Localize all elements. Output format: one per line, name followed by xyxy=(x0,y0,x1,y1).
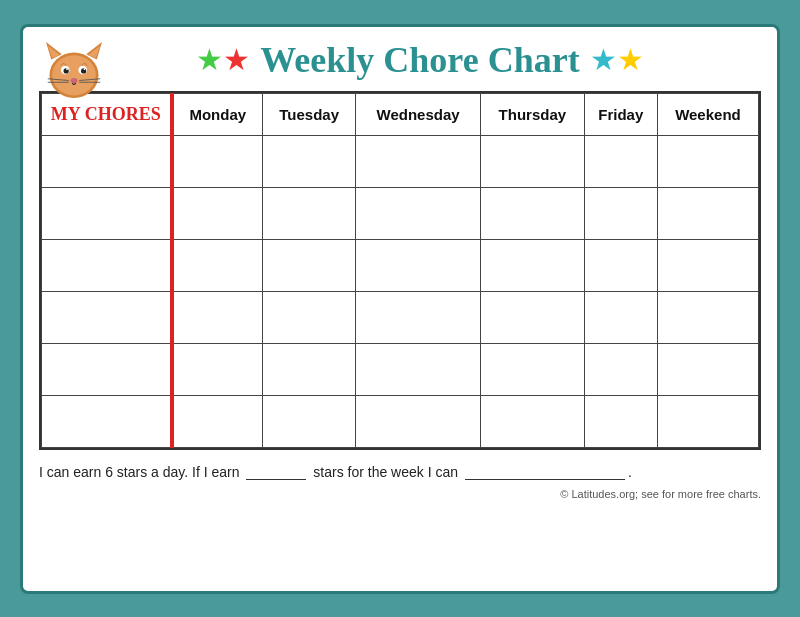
col-wednesday: Wednesday xyxy=(356,93,481,135)
day-cell-1-5[interactable] xyxy=(657,187,758,239)
day-cell-5-1[interactable] xyxy=(263,395,356,447)
star-cyan-1: ★ xyxy=(590,42,617,77)
col-tuesday: Tuesday xyxy=(263,93,356,135)
star-yellow-1: ★ xyxy=(617,42,644,77)
period: . xyxy=(628,464,632,480)
day-cell-0-1[interactable] xyxy=(263,135,356,187)
day-cell-3-1[interactable] xyxy=(263,291,356,343)
day-cell-3-3[interactable] xyxy=(480,291,584,343)
footer-part2: stars for the week I can xyxy=(313,464,458,480)
chore-cell-2[interactable] xyxy=(42,239,172,291)
table-row xyxy=(42,187,759,239)
stars-blank[interactable] xyxy=(246,479,306,480)
chore-cell-5[interactable] xyxy=(42,395,172,447)
cat-icon xyxy=(39,35,109,105)
page-title: Weekly Chore Chart xyxy=(260,39,579,81)
day-cell-5-3[interactable] xyxy=(480,395,584,447)
table-header-row: MY CHORES Monday Tuesday Wednesday Thurs… xyxy=(42,93,759,135)
footer-part1: I can earn 6 stars a day. If I earn xyxy=(39,464,240,480)
chore-table: MY CHORES Monday Tuesday Wednesday Thurs… xyxy=(41,93,759,448)
chore-table-container: MY CHORES Monday Tuesday Wednesday Thurs… xyxy=(39,91,761,450)
chore-cell-4[interactable] xyxy=(42,343,172,395)
day-cell-3-5[interactable] xyxy=(657,291,758,343)
day-cell-2-4[interactable] xyxy=(584,239,657,291)
col-weekend: Weekend xyxy=(657,93,758,135)
day-cell-2-5[interactable] xyxy=(657,239,758,291)
table-row xyxy=(42,239,759,291)
day-cell-2-1[interactable] xyxy=(263,239,356,291)
svg-point-5 xyxy=(52,55,96,95)
day-cell-4-0[interactable] xyxy=(172,343,263,395)
table-body xyxy=(42,135,759,447)
svg-point-10 xyxy=(66,68,68,70)
day-cell-0-4[interactable] xyxy=(584,135,657,187)
day-cell-5-0[interactable] xyxy=(172,395,263,447)
svg-point-11 xyxy=(84,68,86,70)
star-green-1: ★ xyxy=(196,42,223,77)
day-cell-3-2[interactable] xyxy=(356,291,481,343)
day-cell-1-4[interactable] xyxy=(584,187,657,239)
chore-cell-3[interactable] xyxy=(42,291,172,343)
day-cell-0-0[interactable] xyxy=(172,135,263,187)
col-friday: Friday xyxy=(584,93,657,135)
table-row xyxy=(42,135,759,187)
svg-point-8 xyxy=(64,68,69,73)
day-cell-3-0[interactable] xyxy=(172,291,263,343)
day-cell-4-2[interactable] xyxy=(356,343,481,395)
copyright-text: © Latitudes.org; see for more free chart… xyxy=(39,488,761,500)
day-cell-0-2[interactable] xyxy=(356,135,481,187)
table-row xyxy=(42,291,759,343)
svg-point-12 xyxy=(71,77,78,82)
day-cell-2-3[interactable] xyxy=(480,239,584,291)
chore-cell-0[interactable] xyxy=(42,135,172,187)
day-cell-4-1[interactable] xyxy=(263,343,356,395)
day-cell-3-4[interactable] xyxy=(584,291,657,343)
day-cell-1-3[interactable] xyxy=(480,187,584,239)
day-cell-5-5[interactable] xyxy=(657,395,758,447)
day-cell-5-4[interactable] xyxy=(584,395,657,447)
page-header: ★ ★ Weekly Chore Chart ★ ★ xyxy=(39,39,761,81)
day-cell-1-1[interactable] xyxy=(263,187,356,239)
star-red-1: ★ xyxy=(223,42,250,77)
day-cell-4-5[interactable] xyxy=(657,343,758,395)
footer-text: I can earn 6 stars a day. If I earn star… xyxy=(39,464,761,480)
day-cell-0-3[interactable] xyxy=(480,135,584,187)
table-row xyxy=(42,395,759,447)
day-cell-2-2[interactable] xyxy=(356,239,481,291)
reward-blank[interactable] xyxy=(465,479,625,480)
col-thursday: Thursday xyxy=(480,93,584,135)
day-cell-1-0[interactable] xyxy=(172,187,263,239)
day-cell-2-0[interactable] xyxy=(172,239,263,291)
day-cell-1-2[interactable] xyxy=(356,187,481,239)
day-cell-0-5[interactable] xyxy=(657,135,758,187)
day-cell-4-4[interactable] xyxy=(584,343,657,395)
table-row xyxy=(42,343,759,395)
chore-cell-1[interactable] xyxy=(42,187,172,239)
col-monday: Monday xyxy=(172,93,263,135)
day-cell-5-2[interactable] xyxy=(356,395,481,447)
svg-point-9 xyxy=(81,68,86,73)
day-cell-4-3[interactable] xyxy=(480,343,584,395)
